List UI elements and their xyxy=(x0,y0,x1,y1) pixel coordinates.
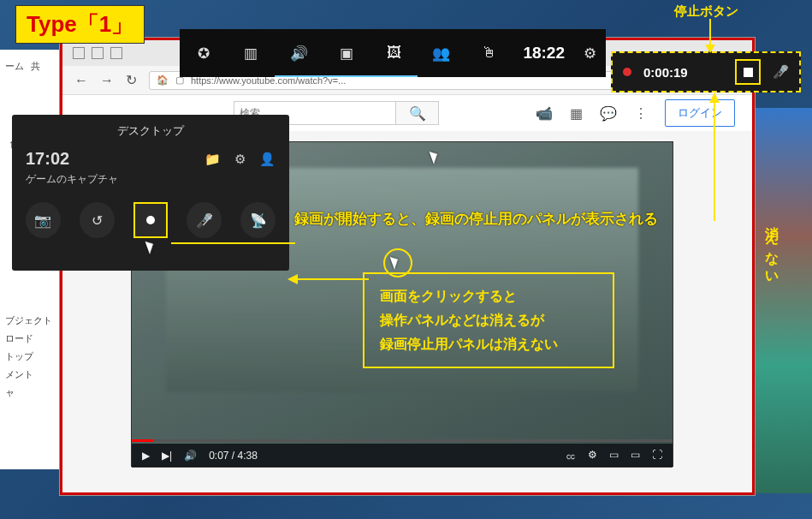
capture-clock: 17:02 xyxy=(26,149,69,169)
video-camera-icon[interactable]: 📹 xyxy=(536,105,553,122)
fullscreen-icon[interactable]: ⛶ xyxy=(652,449,662,463)
video-time: 0:07 / 4:38 xyxy=(209,450,258,462)
svg-marker-1 xyxy=(705,45,715,53)
audio-icon[interactable]: 🔊 xyxy=(275,29,323,77)
annotation-click-l1: 画面をクリックすると xyxy=(380,284,597,308)
gamebar-settings-icon[interactable]: ⚙ xyxy=(575,29,606,77)
explorer-item-1[interactable]: ロード xyxy=(5,332,55,345)
tab-icon-2[interactable] xyxy=(92,47,104,59)
svg-marker-6 xyxy=(287,274,298,284)
search-icon: 🔍 xyxy=(409,105,426,122)
capture-subtitle: ゲームのキャプチャ xyxy=(12,169,289,195)
camera-icon: 📷 xyxy=(34,212,51,229)
progress-bar[interactable] xyxy=(132,439,673,442)
tab-icon-3[interactable] xyxy=(110,47,122,59)
type-badge: Type「1」 xyxy=(15,5,145,44)
play-icon[interactable]: ▶ xyxy=(142,450,150,462)
cursor-3 xyxy=(392,255,399,269)
arrow-to-clickbox xyxy=(287,271,373,288)
nav-back-icon[interactable]: ← xyxy=(74,73,88,88)
site-lock-icon: 🏠 xyxy=(157,75,169,86)
miniplayer-icon[interactable]: ▭ xyxy=(609,449,619,463)
apps-grid-icon[interactable]: ▦ xyxy=(570,105,583,122)
capture-icon[interactable]: ▣ xyxy=(323,29,370,77)
record-button[interactable] xyxy=(133,202,169,238)
annotation-click-l3: 録画停止用パネルは消えない xyxy=(380,332,597,356)
game-art-strip xyxy=(755,108,812,493)
recording-status-panel: 0:00:19 🎤̸ xyxy=(611,51,801,92)
volume-icon[interactable]: 🔊 xyxy=(184,450,197,462)
login-button[interactable]: ログイン xyxy=(665,99,735,127)
arrow-up-from-note xyxy=(706,92,723,221)
next-icon[interactable]: ▶| xyxy=(162,450,172,462)
more-vert-icon[interactable]: ⋮ xyxy=(634,105,648,122)
mic-off-icon: 🎤̸ xyxy=(196,212,213,229)
search-button[interactable]: 🔍 xyxy=(395,102,438,124)
annotation-click-box: 画面をクリックすると 操作パネルなどは消えるが 録画停止用パネルは消えない xyxy=(363,272,614,368)
rewind-icon: ↺ xyxy=(92,212,103,229)
last30-button[interactable]: ↺ xyxy=(80,202,115,238)
messages-icon[interactable]: 💬 xyxy=(600,105,617,122)
nav-forward-icon[interactable]: → xyxy=(100,73,114,88)
folder-icon[interactable]: 📁 xyxy=(204,152,221,167)
mouse-icon: 🖱 xyxy=(465,29,513,77)
record-elapsed: 0:00:19 xyxy=(643,65,688,80)
theater-icon[interactable]: ▭ xyxy=(631,449,640,463)
record-dot-icon xyxy=(146,216,155,224)
stop-icon xyxy=(744,68,753,77)
explorer-item-0[interactable]: ブジェクト xyxy=(5,314,55,327)
explorer-item-3[interactable]: メント xyxy=(5,368,55,381)
xbox-gamebar: ✪ ▥ 🔊 ▣ 🖼 👥 🖱 18:22 ⚙ xyxy=(180,29,606,77)
explorer-tab-home[interactable]: ーム xyxy=(5,60,24,73)
label-not-disappear: 消えない xyxy=(762,216,780,283)
explorer-item-2[interactable]: トップ xyxy=(5,350,55,363)
xbox-icon[interactable]: ✪ xyxy=(180,29,228,77)
perf-icon[interactable]: 🖼 xyxy=(370,29,418,77)
explorer-tab-share[interactable]: 共 xyxy=(31,60,40,73)
arrow-to-stop xyxy=(702,19,719,53)
gamebar-clock: 18:22 xyxy=(513,44,575,63)
label-stop-button: 停止ボタン xyxy=(674,3,738,20)
tab-icon-1[interactable] xyxy=(73,47,85,59)
cursor-2 xyxy=(147,240,154,254)
arrow-from-record xyxy=(171,233,299,284)
settings-cog-icon[interactable]: ⚙ xyxy=(588,449,597,463)
social-icon[interactable]: 👥 xyxy=(418,29,465,77)
overlay-icon[interactable]: ▥ xyxy=(228,29,276,77)
gear-icon[interactable]: ⚙ xyxy=(234,152,246,167)
screenshot-button[interactable]: 📷 xyxy=(26,202,61,238)
user-icon[interactable]: 👤 xyxy=(259,152,276,167)
explorer-item-4[interactable]: ャ xyxy=(5,386,55,399)
svg-marker-3 xyxy=(709,92,720,103)
broadcast-icon: 📡 xyxy=(250,212,267,229)
cursor-1 xyxy=(431,150,438,164)
annotation-start-note: 録画が開始すると、録画の停止用のパネルが表示される xyxy=(294,209,658,229)
annotation-click-l2: 操作パネルなどは消えるが xyxy=(380,308,597,332)
video-controls: ▶ ▶| 🔊 0:07 / 4:38 ㏄ ⚙ ▭ ▭ ⛶ xyxy=(132,444,673,468)
record-indicator-dot xyxy=(623,68,631,76)
capture-title: デスクトップ xyxy=(12,115,289,144)
nav-refresh-icon[interactable]: ↻ xyxy=(126,72,137,88)
mic-mute-icon[interactable]: 🎤̸ xyxy=(773,64,789,80)
subtitles-icon[interactable]: ㏄ xyxy=(566,449,576,463)
stop-record-button[interactable] xyxy=(735,59,761,85)
